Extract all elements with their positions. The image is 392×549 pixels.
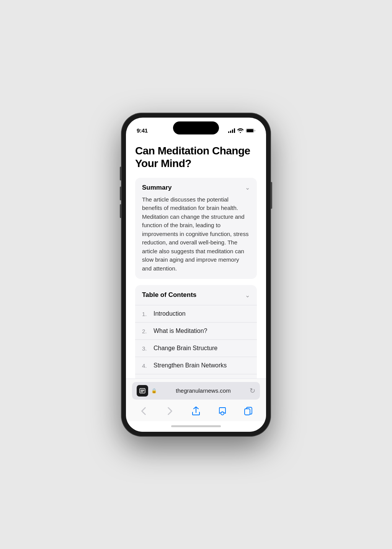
signal-bars-icon	[228, 128, 235, 133]
svg-rect-7	[245, 409, 250, 415]
summary-heading: Summary	[142, 184, 172, 192]
toc-item-5[interactable]: 5. Improve Cognitive Function	[135, 374, 257, 378]
home-indicator	[126, 421, 266, 432]
url-display[interactable]: thegranularnews.com	[160, 387, 247, 394]
share-button[interactable]	[188, 404, 204, 418]
toc-item-4[interactable]: 4. Strengthen Brain Networks	[135, 357, 257, 374]
svg-point-6	[221, 412, 224, 415]
bookmarks-button[interactable]	[214, 404, 231, 418]
dynamic-island	[173, 121, 219, 134]
toolbar-actions	[132, 403, 260, 420]
summary-text: The article discusses the potential bene…	[142, 195, 250, 273]
status-icons	[228, 128, 255, 133]
lock-icon: 🔒	[151, 388, 157, 393]
svg-rect-4	[140, 390, 144, 391]
toc-card: Table of Contents ⌄ 1. Introduction 2. W…	[135, 285, 257, 378]
reader-mode-button[interactable]	[137, 385, 148, 397]
summary-card-header: Summary ⌄	[142, 184, 250, 192]
back-button[interactable]	[135, 404, 152, 418]
toc-number-3: 3.	[142, 345, 150, 352]
toc-item-1[interactable]: 1. Introduction	[135, 305, 257, 322]
toc-number-4: 4.	[142, 362, 150, 369]
phone-screen: 9:41	[126, 118, 266, 432]
safari-toolbar: 🔒 thegranularnews.com ↻	[126, 379, 266, 421]
forward-button[interactable]	[162, 404, 178, 418]
phone-frame: 9:41	[121, 113, 271, 436]
battery-icon	[246, 128, 255, 133]
home-bar	[171, 425, 221, 427]
address-bar[interactable]: 🔒 thegranularnews.com ↻	[132, 382, 260, 400]
svg-rect-3	[140, 390, 144, 390]
summary-card: Summary ⌄ The article discusses the pote…	[135, 178, 257, 279]
toc-number-2: 2.	[142, 328, 150, 334]
wifi-icon	[237, 128, 243, 133]
toc-heading: Table of Contents	[142, 291, 196, 299]
toc-label-1: Introduction	[154, 310, 186, 317]
toc-number-1: 1.	[142, 311, 150, 317]
toc-header: Table of Contents ⌄	[135, 285, 257, 305]
toc-label-4: Strengthen Brain Networks	[154, 362, 227, 369]
toc-label-3: Change Brain Structure	[154, 345, 217, 352]
toc-chevron-icon[interactable]: ⌄	[245, 292, 250, 299]
svg-rect-5	[140, 392, 143, 392]
svg-rect-1	[247, 129, 253, 132]
status-bar: 9:41	[126, 118, 266, 138]
status-time: 9:41	[137, 127, 148, 134]
tabs-button[interactable]	[240, 404, 257, 418]
summary-chevron-icon[interactable]: ⌄	[245, 184, 250, 191]
toc-item-2[interactable]: 2. What is Meditation?	[135, 322, 257, 339]
refresh-button[interactable]: ↻	[250, 387, 255, 395]
toc-label-2: What is Meditation?	[154, 328, 207, 334]
content-area[interactable]: Can Meditation Change Your Mind? Summary…	[126, 138, 266, 379]
article-title: Can Meditation Change Your Mind?	[135, 144, 257, 170]
toc-item-3[interactable]: 3. Change Brain Structure	[135, 339, 257, 357]
